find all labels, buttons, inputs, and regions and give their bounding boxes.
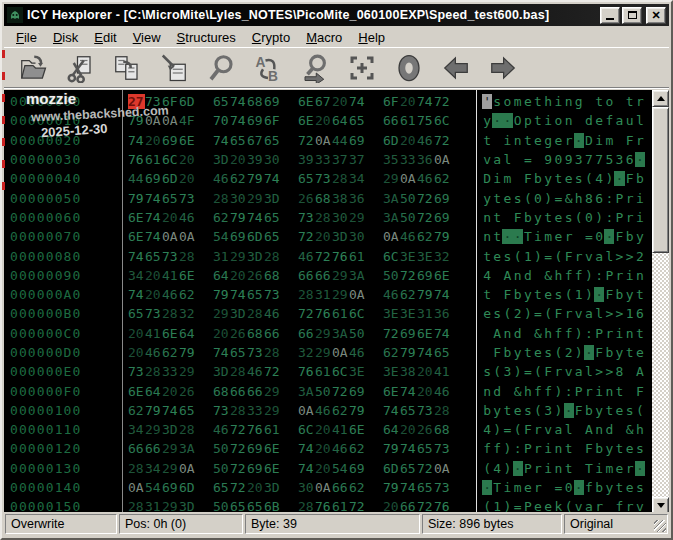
ascii-char-cell[interactable]: r [564,306,574,321]
ascii-char-cell[interactable]: s [625,403,635,418]
ascii-char-cell[interactable]: n [513,133,523,148]
hex-byte-cell[interactable]: 3D [247,249,264,264]
hex-byte-cell[interactable]: 20 [128,326,145,341]
ascii-char-cell[interactable]: · [564,403,574,418]
ascii-char-cell[interactable]: a [574,364,584,379]
ascii-char-cell[interactable] [614,422,624,437]
hex-byte-cell[interactable]: 20 [400,94,417,109]
ascii-char-cell[interactable]: i [635,191,645,206]
hex-byte-cell[interactable]: 46 [417,171,434,186]
ascii-char-cell[interactable]: > [604,306,614,321]
ascii-char-cell[interactable]: y [625,287,635,302]
ascii-char-cell[interactable]: t [553,171,563,186]
ascii-char-cell[interactable]: y [543,171,553,186]
hex-byte-cell[interactable]: 66 [383,113,400,128]
hex-byte-cell[interactable]: 6D [162,171,179,186]
ascii-char-cell[interactable] [574,229,584,244]
ascii-char-cell[interactable]: b [604,345,614,360]
ascii-char-cell[interactable]: e [625,480,635,495]
hex-byte-cell[interactable]: 3A [349,268,366,283]
hex-byte-cell[interactable]: 69 [400,326,417,341]
hex-byte-cell[interactable]: 46 [349,345,366,360]
ascii-char-cell[interactable]: v [584,249,594,264]
hex-byte-cell[interactable]: 67 [247,133,264,148]
find-icon[interactable] [205,52,236,83]
hex-byte-cell[interactable]: 72 [434,94,451,109]
hex-byte-cell[interactable]: 36 [349,191,366,206]
hex-byte-cell[interactable]: 74 [162,403,179,418]
hex-byte-cell[interactable]: 20 [400,133,417,148]
hex-byte-cell[interactable]: 73 [162,249,179,264]
ascii-char-cell[interactable]: a [614,113,624,128]
ascii-char-cell[interactable]: v [482,152,492,167]
hex-byte-cell[interactable]: 69 [417,268,434,283]
ascii-char-cell[interactable]: i [594,133,604,148]
ascii-char-cell[interactable]: t [492,229,502,244]
ascii-char-cell[interactable]: r [533,422,543,437]
hex-byte-cell[interactable]: 50 [400,210,417,225]
ascii-char-cell[interactable]: n [635,268,645,283]
ascii-char-cell[interactable]: h [523,384,533,399]
ascii-char-cell[interactable]: n [604,384,614,399]
ascii-char-cell[interactable]: m [604,133,614,148]
ascii-char-cell[interactable]: = [533,306,543,321]
hex-byte-cell[interactable]: 20 [230,152,247,167]
hex-byte-cell[interactable]: 69 [349,133,366,148]
hex-byte-cell[interactable]: 65 [230,345,247,360]
ascii-char-cell[interactable]: T [492,480,502,495]
ascii-char-cell[interactable]: 2 [635,249,645,264]
ascii-char-cell[interactable]: e [492,249,502,264]
ascii-char-cell[interactable]: o [502,94,512,109]
ascii-char-cell[interactable]: & [533,326,543,341]
ascii-char-cell[interactable]: f [564,268,574,283]
ascii-char-cell[interactable]: b [584,403,594,418]
hex-byte-cell[interactable]: 20 [400,422,417,437]
ascii-char-cell[interactable]: t [635,287,645,302]
hex-byte-cell[interactable]: 72 [315,249,332,264]
ascii-char-cell[interactable]: n [564,94,574,109]
ascii-char-cell[interactable]: = [502,422,512,437]
ascii-char-cell[interactable]: p [523,113,533,128]
ascii-char-cell[interactable]: : [604,210,614,225]
hex-byte-cell[interactable]: 31 [315,287,332,302]
ascii-char-cell[interactable]: ( [502,306,512,321]
hex-byte-cell[interactable]: 72 [383,326,400,341]
ascii-char-cell[interactable]: ( [584,171,594,186]
forward-icon[interactable] [487,52,518,83]
ascii-char-cell[interactable]: b [513,287,523,302]
hex-byte-cell[interactable]: 20 [179,171,196,186]
ascii-char-cell[interactable]: A [584,422,594,437]
menu-item-view[interactable]: View [125,28,169,47]
hex-byte-cell[interactable]: 20 [315,441,332,456]
hex-byte-cell[interactable]: 6C [383,249,400,264]
hex-byte-cell[interactable]: 64 [179,326,196,341]
ascii-char-cell[interactable]: n [625,326,635,341]
hex-byte-cell[interactable]: 0A [315,133,332,148]
ascii-char-cell[interactable]: n [482,210,492,225]
ascii-char-cell[interactable]: n [502,326,512,341]
ascii-char-cell[interactable]: 3 [543,403,553,418]
ascii-char-cell[interactable]: & [625,422,635,437]
hex-byte-cell[interactable]: 20 [145,268,162,283]
hex-byte-cell[interactable]: 20 [315,422,332,437]
hex-byte-cell[interactable]: 46 [247,364,264,379]
ascii-char-cell[interactable]: f [543,384,553,399]
ascii-char-cell[interactable]: i [625,268,635,283]
goto-offset-icon[interactable] [393,52,424,83]
ascii-char-cell[interactable]: b [482,403,492,418]
ascii-char-cell[interactable]: i [543,441,553,456]
hex-byte-cell[interactable]: 29 [315,326,332,341]
hex-byte-cell[interactable]: 46 [332,441,349,456]
ascii-char-cell[interactable]: ) [584,268,594,283]
ascii-char-cell[interactable]: e [625,441,635,456]
ascii-char-cell[interactable]: 3 [614,152,624,167]
hex-byte-cell[interactable]: 66 [264,326,281,341]
hex-byte-cell[interactable]: 69 [247,441,264,456]
hex-byte-cell[interactable]: 28 [145,364,162,379]
hex-byte-cell[interactable]: 74 [145,210,162,225]
ascii-char-cell[interactable]: n [553,441,563,456]
hex-byte-cell[interactable]: 65 [230,133,247,148]
hex-byte-cell[interactable]: 65 [264,133,281,148]
hex-byte-cell[interactable]: 72 [230,461,247,476]
ascii-char-cell[interactable]: ( [533,403,543,418]
